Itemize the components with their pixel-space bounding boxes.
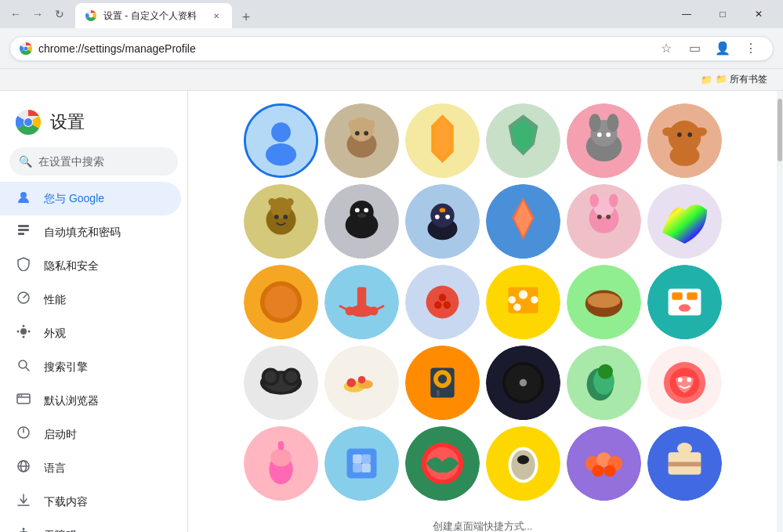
sidebar-item-language[interactable]: 语言 — [0, 451, 181, 485]
sidebar-item-browser[interactable]: 默认浏览器 — [0, 384, 181, 418]
avatars-grid — [188, 91, 777, 513]
avatar-item-5[interactable] — [647, 103, 722, 178]
reload-button[interactable]: ↻ — [50, 5, 69, 24]
avatar-item-18[interactable] — [244, 346, 318, 420]
svg-point-151 — [597, 364, 612, 379]
svg-point-117 — [531, 296, 538, 304]
avatar-item-0[interactable] — [244, 103, 318, 178]
avatar-item-11[interactable] — [647, 184, 722, 259]
avatar-item-24[interactable] — [244, 426, 318, 501]
settings-sidebar: 设置 🔍 您与 Google自动填充和密码隐私和安全性能外观搜索引擎默认浏览器启… — [0, 91, 188, 532]
avatar-item-20[interactable] — [405, 346, 480, 420]
svg-point-63 — [669, 145, 699, 166]
performance-icon — [16, 291, 31, 309]
bookmark-star-button[interactable]: ☆ — [654, 36, 679, 61]
right-scrollbar[interactable] — [777, 91, 783, 532]
svg-point-106 — [369, 306, 378, 315]
scrollbar-thumb[interactable] — [778, 99, 782, 161]
avatar-item-2[interactable] — [405, 103, 480, 178]
sidebar-item-google[interactable]: 您与 Google — [0, 182, 181, 215]
maximize-button[interactable]: □ — [705, 2, 741, 27]
sidebar-label-browser: 默认浏览器 — [44, 394, 99, 408]
avatar-item-14[interactable] — [405, 265, 480, 339]
profile-button[interactable]: 👤 — [710, 36, 735, 61]
avatar-item-28[interactable] — [567, 426, 641, 501]
sidebar-item-appearance[interactable]: 外观 — [0, 317, 181, 350]
svg-rect-107 — [357, 288, 365, 310]
minimize-button[interactable]: — — [669, 2, 705, 27]
avatar-item-9[interactable] — [486, 184, 560, 259]
avatar-item-1[interactable] — [324, 103, 399, 178]
sidebar-item-accessibility[interactable]: 无障碍 — [0, 519, 181, 532]
svg-point-14 — [23, 325, 25, 328]
appearance-icon — [16, 324, 31, 342]
sidebar-search-bar[interactable]: 🔍 — [9, 147, 178, 176]
settings-title: 设置 — [50, 110, 85, 134]
browser-window: ← → ↻ 设置 - 自定义个人资料 ✕ + — [0, 0, 783, 532]
settings-logo: 设置 — [0, 97, 187, 147]
svg-rect-11 — [18, 233, 24, 235]
sidebar-label-appearance: 外观 — [44, 327, 66, 341]
reader-mode-button[interactable]: ▭ — [682, 36, 707, 61]
active-tab[interactable]: 设置 - 自定义个人资料 ✕ — [75, 3, 232, 28]
svg-point-4 — [24, 46, 28, 50]
avatar-item-17[interactable] — [647, 265, 722, 339]
avatar-item-29[interactable] — [647, 426, 722, 501]
svg-point-142 — [437, 375, 446, 383]
avatar-item-12[interactable] — [244, 265, 318, 339]
avatar-item-13[interactable] — [324, 265, 399, 339]
svg-point-95 — [596, 215, 601, 219]
new-tab-button[interactable]: + — [235, 6, 257, 28]
avatar-svg-1 — [324, 103, 399, 178]
address-input-wrap[interactable]: chrome://settings/manageProfile ☆ ▭ 👤 ⋮ — [9, 36, 774, 61]
avatar-item-6[interactable] — [244, 184, 318, 259]
avatar-item-3[interactable] — [486, 103, 560, 178]
search-input[interactable] — [38, 155, 176, 168]
avatar-item-21[interactable] — [486, 346, 560, 420]
sidebar-item-performance[interactable]: 性能 — [0, 283, 181, 317]
sidebar-item-privacy[interactable]: 隐私和安全 — [0, 249, 181, 283]
svg-point-74 — [283, 215, 288, 219]
menu-button[interactable]: ⋮ — [738, 36, 763, 61]
sidebar-label-downloads: 下载内容 — [44, 495, 88, 509]
avatar-item-22[interactable] — [567, 346, 641, 420]
svg-point-78 — [354, 208, 359, 212]
avatar-item-8[interactable] — [405, 184, 480, 259]
avatar-svg-11 — [647, 184, 722, 259]
svg-point-85 — [435, 215, 440, 219]
svg-point-73 — [274, 215, 278, 219]
avatar-item-25[interactable] — [324, 426, 399, 501]
address-actions: ☆ ▭ 👤 ⋮ — [654, 36, 763, 61]
address-text: chrome://settings/manageProfile — [38, 42, 647, 55]
svg-point-138 — [357, 376, 365, 384]
avatar-item-23[interactable] — [647, 346, 722, 420]
avatar-item-27[interactable] — [486, 426, 560, 501]
sidebar-item-autofill[interactable]: 自动填充和密码 — [0, 215, 181, 249]
browser-icon — [16, 392, 31, 410]
sidebar-item-search[interactable]: 搜索引擎 — [0, 350, 181, 384]
sidebar-item-downloads[interactable]: 下载内容 — [0, 485, 181, 519]
svg-point-84 — [439, 208, 445, 212]
avatar-item-16[interactable] — [567, 265, 641, 339]
forward-button[interactable]: → — [28, 5, 47, 24]
avatar-svg-21 — [486, 346, 560, 420]
close-button[interactable]: ✕ — [741, 2, 777, 27]
svg-rect-163 — [353, 454, 361, 463]
sidebar-item-startup[interactable]: 启动时 — [0, 418, 181, 451]
google-logo — [16, 110, 41, 135]
avatar-svg-8 — [405, 184, 480, 259]
back-button[interactable]: ← — [6, 5, 25, 24]
avatar-item-7[interactable] — [324, 184, 399, 259]
svg-point-1 — [89, 14, 93, 18]
search-icon: 🔍 — [19, 155, 32, 168]
avatar-item-10[interactable] — [567, 184, 641, 259]
avatar-item-4[interactable] — [567, 103, 641, 178]
avatar-item-15[interactable] — [486, 265, 560, 339]
svg-point-83 — [430, 204, 454, 227]
window-controls-left: ← → ↻ — [6, 5, 69, 24]
tab-close-button[interactable]: ✕ — [210, 9, 223, 22]
all-bookmarks[interactable]: 📁 📁 所有书签 — [694, 71, 774, 88]
avatar-item-19[interactable] — [324, 346, 399, 420]
svg-point-44 — [366, 120, 375, 128]
avatar-item-26[interactable] — [405, 426, 480, 501]
